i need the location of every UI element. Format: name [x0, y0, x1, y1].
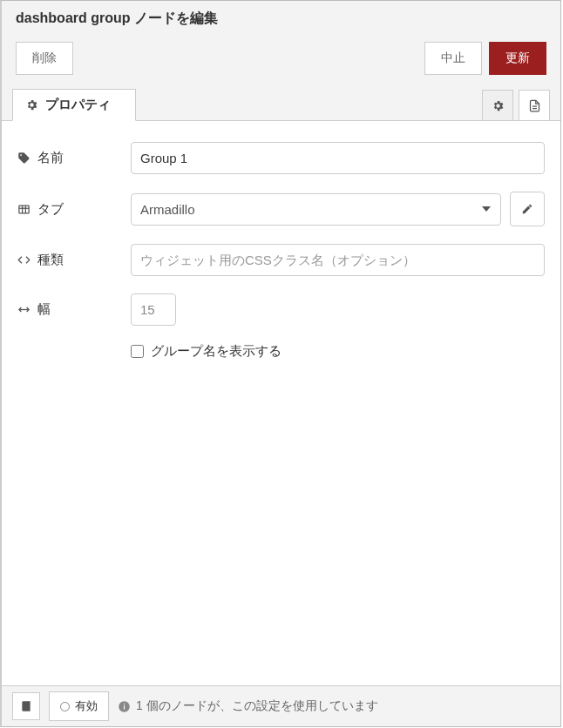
document-icon [528, 99, 541, 112]
usage-message: 1 個のノードが、この設定を使用しています [118, 698, 378, 714]
svg-rect-8 [124, 705, 125, 709]
grid-icon [17, 203, 31, 216]
tab-properties[interactable]: プロパティ [12, 89, 136, 121]
type-label: 種類 [37, 252, 64, 268]
name-label: 名前 [37, 150, 64, 166]
cancel-button[interactable]: 中止 [424, 42, 482, 75]
row-tab: タブ Armadillo [17, 192, 545, 226]
width-input[interactable] [131, 293, 176, 326]
footer: 有効 1 個のノードが、この設定を使用しています [2, 685, 560, 726]
delete-button[interactable]: 削除 [16, 42, 73, 75]
row-name: 名前 [17, 142, 545, 174]
tab-select[interactable]: Armadillo [131, 193, 501, 226]
usage-text: 1 個のノードが、この設定を使用しています [136, 698, 378, 714]
edit-tab-button[interactable] [510, 192, 545, 226]
show-group-name-checkbox[interactable] [131, 345, 144, 358]
doc-tab-button[interactable] [519, 90, 550, 121]
type-input[interactable] [131, 244, 545, 276]
tab-label: タブ [37, 201, 64, 218]
enabled-toggle[interactable]: 有効 [49, 691, 109, 721]
gear-icon [492, 99, 505, 112]
pencil-icon [521, 203, 533, 215]
update-button[interactable]: 更新 [489, 42, 546, 75]
enabled-label: 有効 [75, 698, 98, 714]
panel-title: dashboard group ノードを編集 [2, 1, 560, 35]
circle-icon [60, 702, 70, 711]
width-label: 幅 [37, 301, 51, 318]
row-width: 幅 [17, 293, 545, 326]
gear-icon [25, 98, 38, 111]
tab-properties-label: プロパティ [45, 97, 111, 113]
tag-icon [17, 152, 31, 165]
action-bar: 削除 中止 更新 [2, 35, 560, 89]
library-button[interactable] [12, 692, 40, 720]
form-content: 名前 タブ Armadillo [2, 121, 560, 685]
info-icon [118, 700, 131, 713]
row-show-group-name: グループ名を表示する [131, 343, 545, 360]
tabs-row: プロパティ [2, 89, 560, 121]
name-input[interactable] [131, 142, 545, 174]
settings-tab-button[interactable] [482, 90, 513, 121]
edit-panel: dashboard group ノードを編集 削除 中止 更新 プロパティ [0, 0, 561, 727]
row-type: 種類 [17, 244, 545, 276]
code-icon [17, 253, 31, 266]
svg-rect-2 [19, 206, 29, 213]
svg-point-9 [124, 703, 125, 704]
arrows-h-icon [17, 303, 31, 316]
show-group-name-label: グループ名を表示する [151, 343, 282, 360]
book-icon [20, 700, 32, 712]
